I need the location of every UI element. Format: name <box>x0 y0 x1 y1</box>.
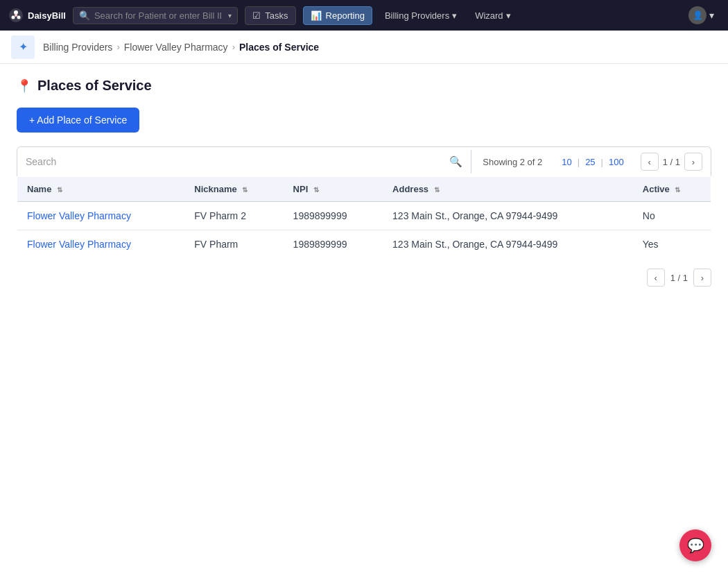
nickname-sort-icon: ⇅ <box>242 186 248 194</box>
svg-point-4 <box>15 14 17 17</box>
global-search-input[interactable] <box>94 10 221 21</box>
reporting-button[interactable]: 📊 Reporting <box>303 6 372 25</box>
svg-point-3 <box>17 16 21 19</box>
breadcrumb-home-icon[interactable]: ✦ <box>11 35 35 59</box>
tasks-label: Tasks <box>265 10 288 21</box>
breadcrumb-billing-providers[interactable]: Billing Providers <box>43 42 112 53</box>
page-size-sep-1: | <box>578 157 580 167</box>
table-search-input[interactable] <box>26 156 444 167</box>
address-sort-icon: ⇅ <box>434 186 440 194</box>
page-size-100[interactable]: 100 <box>606 155 627 169</box>
cell-name-1: Flower Valley Pharmacy <box>17 230 185 259</box>
cell-active-0: No <box>633 202 711 230</box>
page-content: 📍 Places of Service + Add Place of Servi… <box>0 64 728 310</box>
breadcrumb-separator-1: › <box>116 42 119 52</box>
global-search-bar[interactable]: 🔍 ▾ <box>73 7 238 24</box>
name-sort-icon: ⇅ <box>57 186 62 194</box>
tasks-button[interactable]: ☑ Tasks <box>245 6 295 25</box>
wizard-chevron-icon: ▾ <box>506 10 511 21</box>
app-logo[interactable]: DaisyBill <box>8 8 66 23</box>
cell-npi-1: 1989899999 <box>284 230 383 259</box>
breadcrumb-current: Places of Service <box>239 42 319 53</box>
breadcrumb: ✦ Billing Providers › Flower Valley Phar… <box>0 31 728 64</box>
bottom-prev-page-button[interactable]: ‹ <box>647 269 665 287</box>
next-page-button[interactable]: › <box>684 153 702 171</box>
wizard-nav[interactable]: Wizard ▾ <box>469 7 516 24</box>
table-search-area[interactable]: 🔍 <box>17 150 471 173</box>
app-name: DaisyBill <box>28 10 66 21</box>
active-sort-icon: ⇅ <box>675 186 680 194</box>
page-navigation: ‹ 1 / 1 › <box>632 147 711 176</box>
place-name-link-0[interactable]: Flower Valley Pharmacy <box>27 210 131 221</box>
col-header-active[interactable]: Active ⇅ <box>633 177 711 202</box>
table-row: Flower Valley Pharmacy FV Pharm 2 198989… <box>17 202 711 230</box>
cell-active-1: Yes <box>633 230 711 259</box>
cell-name-0: Flower Valley Pharmacy <box>17 202 185 230</box>
breadcrumb-separator-2: › <box>232 42 235 52</box>
page-indicator: 1 / 1 <box>663 157 680 167</box>
places-of-service-table: Name ⇅ Nickname ⇅ NPI ⇅ Address ⇅ Active… <box>17 176 711 259</box>
bottom-pagination: ‹ 1 / 1 › <box>17 259 711 296</box>
billing-providers-nav[interactable]: Billing Providers ▾ <box>379 7 462 24</box>
page-title: 📍 Places of Service <box>17 78 711 94</box>
tasks-icon: ☑ <box>252 10 261 21</box>
svg-point-2 <box>12 16 15 19</box>
col-header-name[interactable]: Name ⇅ <box>17 177 185 202</box>
page-size-controls: 10 | 25 | 100 <box>553 150 632 174</box>
avatar: 👤 <box>688 6 707 24</box>
reporting-icon: 📊 <box>311 10 322 21</box>
cell-nickname-0: FV Pharm 2 <box>184 202 283 230</box>
prev-page-button[interactable]: ‹ <box>641 153 659 171</box>
page-title-text: Places of Service <box>37 78 152 94</box>
wizard-label: Wizard <box>475 10 503 21</box>
npi-sort-icon: ⇅ <box>313 186 319 194</box>
table-header-row: Name ⇅ Nickname ⇅ NPI ⇅ Address ⇅ Active… <box>17 177 711 202</box>
search-dropdown-arrow-icon[interactable]: ▾ <box>228 12 232 19</box>
page-size-sep-2: | <box>601 157 603 167</box>
user-chevron-icon: ▾ <box>709 10 714 21</box>
add-place-of-service-button[interactable]: + Add Place of Service <box>17 108 139 133</box>
billing-providers-label: Billing Providers <box>385 10 449 21</box>
cell-address-0: 123 Main St., Orange, CA 97944-9499 <box>383 202 633 230</box>
col-header-address[interactable]: Address ⇅ <box>383 177 633 202</box>
bottom-next-page-button[interactable]: › <box>693 269 711 287</box>
page-size-10[interactable]: 10 <box>559 155 574 169</box>
col-header-nickname[interactable]: Nickname ⇅ <box>184 177 283 202</box>
bottom-page-indicator: 1 / 1 <box>670 273 688 283</box>
table-row: Flower Valley Pharmacy FV Pharm 19898999… <box>17 230 711 259</box>
col-header-npi[interactable]: NPI ⇅ <box>284 177 383 202</box>
table-controls: 🔍 Showing 2 of 2 10 | 25 | 100 ‹ 1 / 1 › <box>17 146 711 176</box>
pagination-info: Showing 2 of 2 <box>471 151 553 173</box>
billing-providers-chevron-icon: ▾ <box>452 10 457 21</box>
reporting-label: Reporting <box>326 10 365 21</box>
top-navigation: DaisyBill 🔍 ▾ ☑ Tasks 📊 Reporting Billin… <box>0 0 728 31</box>
user-menu[interactable]: 👤 ▾ <box>683 3 720 28</box>
page-size-25[interactable]: 25 <box>582 155 598 169</box>
cell-nickname-1: FV Pharm <box>184 230 283 259</box>
cell-address-1: 123 Main St., Orange, CA 97944-9499 <box>383 230 633 259</box>
table-search-icon[interactable]: 🔍 <box>449 155 462 168</box>
search-icon: 🔍 <box>79 10 90 21</box>
breadcrumb-pharmacy[interactable]: Flower Valley Pharmacy <box>124 42 228 53</box>
location-pin-icon: 📍 <box>17 78 32 94</box>
place-name-link-1[interactable]: Flower Valley Pharmacy <box>27 239 131 250</box>
cell-npi-0: 1989899999 <box>284 202 383 230</box>
